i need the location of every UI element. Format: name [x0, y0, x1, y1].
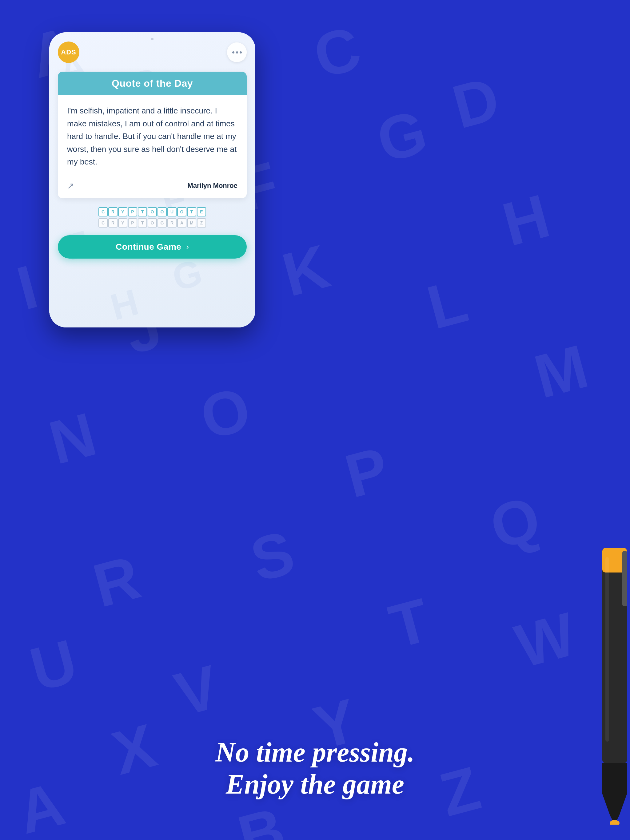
quote-card-body: I'm selfish, impatient and a little inse… — [58, 95, 247, 198]
menu-dot-1 — [232, 51, 234, 54]
quote-card: Quote of the Day I'm selfish, impatient … — [58, 72, 247, 198]
menu-dot-2 — [236, 51, 238, 54]
app-letter-gray-y: Y — [118, 218, 127, 227]
tablet-side-button — [255, 100, 255, 125]
app-letter-gray-z: Z — [197, 218, 206, 227]
tablet-content: ADS Quote of the Day I'm selfish, impati… — [49, 32, 255, 327]
tablet-camera — [151, 38, 154, 40]
menu-button[interactable] — [227, 43, 247, 62]
quote-footer: ↗ Marilyn Monroe — [67, 181, 237, 191]
bottom-tagline: No time pressing. Enjoy the game — [0, 736, 630, 800]
app-letter-gray-m: M — [187, 218, 196, 227]
marker-pen — [575, 548, 630, 825]
app-letter-u1: U — [167, 207, 177, 216]
continue-arrow-icon: › — [186, 242, 189, 251]
share-icon[interactable]: ↗ — [67, 181, 74, 191]
tablet-device: A B C D E F G H ADS Quote of the Day I'm… — [49, 32, 255, 327]
app-letter-gray-a: A — [177, 218, 187, 227]
app-letter-t1: T — [138, 207, 147, 216]
tablet-header: ADS — [58, 41, 247, 63]
continue-game-button[interactable]: Continue Game › — [58, 235, 247, 259]
svg-rect-2 — [622, 551, 627, 606]
ads-badge: ADS — [58, 41, 79, 63]
quote-author: Marilyn Monroe — [187, 182, 237, 190]
app-name-row-2: C R Y P T O G R A M Z — [98, 218, 206, 228]
app-name-row-1: C R Y P T O O U O T E — [98, 207, 206, 217]
app-letter-o2: O — [157, 207, 167, 216]
quote-of-the-day-title: Quote of the Day — [112, 78, 193, 89]
app-letter-e1: E — [197, 207, 206, 216]
app-letter-o1: O — [148, 207, 157, 216]
tagline-line-2: Enjoy the game — [37, 768, 593, 801]
app-letter-p1: P — [128, 207, 137, 216]
app-letter-gray-r2: R — [167, 218, 177, 227]
app-letter-c1: C — [98, 207, 108, 216]
app-letter-gray-o: O — [148, 218, 157, 227]
continue-button-label: Continue Game — [116, 242, 181, 252]
quote-card-header: Quote of the Day — [58, 72, 247, 95]
app-letter-gray-t: T — [138, 218, 147, 227]
svg-point-3 — [610, 820, 619, 825]
app-letter-r1: R — [108, 207, 117, 216]
app-letter-gray-c: C — [98, 218, 108, 227]
app-letter-o3: O — [177, 207, 187, 216]
app-letter-gray-r: R — [108, 218, 117, 227]
app-letter-t2: T — [187, 207, 196, 216]
app-letter-y1: Y — [118, 207, 127, 216]
app-letter-gray-p: P — [128, 218, 137, 227]
menu-dot-3 — [240, 51, 242, 54]
app-letter-gray-g: G — [157, 218, 167, 227]
svg-rect-4 — [605, 557, 609, 742]
quote-text: I'm selfish, impatient and a little inse… — [67, 104, 237, 169]
app-logo-area: C R Y P T O O U O T E C R Y P T O G R — [98, 207, 206, 228]
tagline-line-1: No time pressing. — [37, 736, 593, 768]
